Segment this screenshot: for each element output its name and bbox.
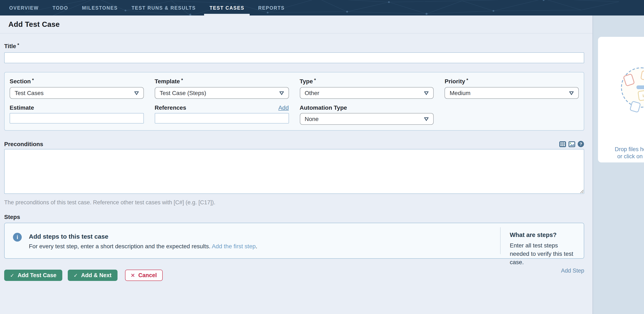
template-label: Template <box>155 78 180 85</box>
check-icon: ✓ <box>74 272 78 278</box>
case-attributes-fieldset: Section* Test Cases Template* Test Case … <box>4 72 584 131</box>
app-window: OVERVIEW TODO MILESTONES TEST RUNS & RES… <box>0 0 644 314</box>
title-input[interactable] <box>4 52 584 63</box>
close-icon: ✕ <box>131 272 135 278</box>
steps-info-box: i Add steps to this test case For every … <box>4 223 584 259</box>
tab-reports[interactable]: REPORTS <box>258 0 285 16</box>
type-select[interactable]: Other <box>300 87 434 99</box>
cancel-button[interactable]: ✕ Cancel <box>125 270 163 281</box>
add-test-case-button[interactable]: ✓ Add Test Case <box>4 270 62 281</box>
priority-label: Priority <box>445 78 465 85</box>
tab-milestones[interactable]: MILESTONES <box>82 0 118 16</box>
priority-select[interactable]: Medium <box>445 87 579 99</box>
steps-aside-text: Enter all test steps needed to verify th… <box>510 241 576 266</box>
tab-overview[interactable]: OVERVIEW <box>9 0 39 16</box>
dropzone-text: Drop files he or click on ' <box>615 146 644 160</box>
chevron-down-icon <box>279 91 284 95</box>
required-asterisk: * <box>181 78 183 83</box>
title-field-group: Title* <box>4 42 584 63</box>
active-tab-indicator <box>204 14 250 16</box>
attachments-panel: </> i Drop files he or click on ' <box>593 16 644 314</box>
nav-tabs: OVERVIEW TODO MILESTONES TEST RUNS & RES… <box>0 0 644 16</box>
svg-text:?: ? <box>580 142 582 146</box>
tab-test-runs-results[interactable]: TEST RUNS & RESULTS <box>132 0 196 16</box>
form-actions: ✓ Add Test Case ✓ Add & Next ✕ Cancel Ad… <box>4 270 584 281</box>
steps-info-title: Add steps to this test case <box>29 233 258 240</box>
title-label: Title <box>4 43 16 49</box>
page-header: Add Test Case <box>0 16 592 34</box>
steps-info-text: For every test step, enter a short descr… <box>29 243 258 249</box>
attachments-dropzone[interactable]: </> i Drop files he or click on ' <box>598 37 644 162</box>
steps-label: Steps <box>4 213 584 220</box>
automation-type-label: Automation Type <box>300 104 347 111</box>
add-first-step-link[interactable]: Add the first step <box>212 243 256 249</box>
steps-aside-title: What are steps? <box>510 231 576 238</box>
main-content: Add Test Case Title* Section* <box>0 16 593 314</box>
references-add-link[interactable]: Add <box>278 104 289 111</box>
upload-bar-illustration <box>636 85 644 89</box>
chevron-down-icon <box>424 117 429 121</box>
info-icon: i <box>13 233 22 242</box>
add-test-case-form: Title* Section* Test Cases <box>0 42 592 281</box>
section-label: Section <box>10 78 31 85</box>
insert-table-icon[interactable] <box>559 141 566 147</box>
chevron-down-icon <box>569 91 574 95</box>
section-select[interactable]: Test Cases <box>10 87 144 99</box>
preconditions-textarea[interactable] <box>4 149 584 194</box>
attributes-row-2: Estimate References Add Automation Type <box>10 104 579 125</box>
add-and-next-button[interactable]: ✓ Add & Next <box>68 270 118 281</box>
editor-toolbar: ? <box>559 141 584 147</box>
preconditions-hint: The preconditions of this test case. Ref… <box>4 199 584 206</box>
preconditions-label: Preconditions <box>4 141 43 147</box>
chevron-down-icon <box>134 91 139 95</box>
top-nav: OVERVIEW TODO MILESTONES TEST RUNS & RES… <box>0 0 644 16</box>
tab-test-cases[interactable]: TEST CASES <box>210 0 244 16</box>
template-select[interactable]: Test Case (Steps) <box>155 87 289 99</box>
required-asterisk: * <box>466 78 468 83</box>
help-icon[interactable]: ? <box>578 141 584 147</box>
references-label: References <box>155 104 186 111</box>
estimate-input[interactable] <box>10 113 144 124</box>
preconditions-group: Preconditions <box>4 141 584 206</box>
add-step-link[interactable]: Add Step <box>561 267 584 274</box>
check-icon: ✓ <box>10 272 14 278</box>
estimate-label: Estimate <box>10 104 34 111</box>
references-input[interactable] <box>155 113 289 124</box>
required-asterisk: * <box>314 78 316 83</box>
chevron-down-icon <box>424 91 429 95</box>
page-title: Add Test Case <box>8 20 60 29</box>
steps-help-aside: What are steps? Enter all test steps nee… <box>500 227 584 254</box>
type-label: Type <box>300 78 313 85</box>
required-asterisk: * <box>32 78 34 83</box>
automation-type-select[interactable]: None <box>300 113 434 125</box>
required-asterisk: * <box>17 42 19 47</box>
insert-image-icon[interactable] <box>568 141 576 147</box>
attributes-row-1: Section* Test Cases Template* Test Case … <box>10 78 579 99</box>
tab-todo[interactable]: TODO <box>52 0 68 16</box>
